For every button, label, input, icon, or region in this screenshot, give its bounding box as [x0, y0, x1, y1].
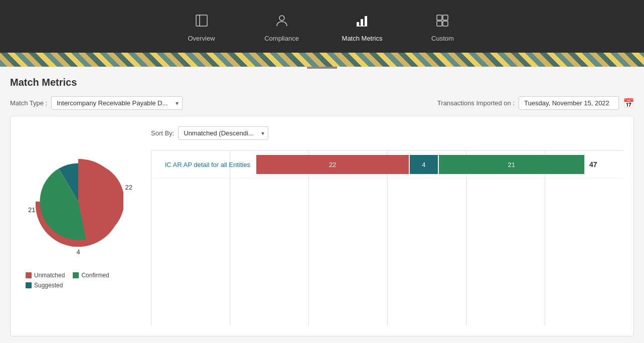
- date-input[interactable]: [519, 96, 619, 110]
- bar-total: 47: [589, 160, 602, 168]
- legend-label-confirmed: Confirmed: [81, 272, 109, 279]
- svg-rect-3: [357, 22, 359, 26]
- calendar-icon[interactable]: 📅: [623, 98, 634, 109]
- page-content: Match Metrics Match Type : Intercompany …: [0, 69, 644, 343]
- sort-dropdown-wrapper: Unmatched (Descendi...: [178, 126, 268, 140]
- svg-rect-8: [443, 15, 448, 20]
- overview-icon: [194, 13, 209, 31]
- svg-rect-5: [365, 16, 367, 26]
- custom-label: Custom: [431, 35, 454, 42]
- pie-label-suggested: 4: [76, 248, 80, 256]
- sort-row: Sort By: Unmatched (Descendi...: [151, 126, 623, 140]
- row-label: IC AR AP detail for all Entities: [151, 161, 256, 168]
- legend-item-confirmed: Confirmed: [73, 272, 109, 279]
- svg-rect-4: [361, 19, 363, 26]
- main-chart-area: 21 22 4 Unmatched Confirmed Suggested: [10, 116, 634, 336]
- transactions-group: Transactions Imported on : 📅: [437, 96, 634, 110]
- legend-label-suggested: Suggested: [34, 282, 63, 289]
- match-type-select[interactable]: Intercompany Receivable Payable D...: [51, 96, 183, 110]
- page-title: Match Metrics: [10, 77, 634, 88]
- chart-grid-area: IC AR AP detail for all Entities 22 4: [151, 150, 623, 326]
- bar-confirmed: 21: [439, 155, 584, 174]
- transactions-label: Transactions Imported on :: [437, 99, 515, 107]
- legend-dot-confirmed: [73, 272, 79, 278]
- sort-by-label: Sort By:: [151, 129, 174, 137]
- bar-chart-section: Sort By: Unmatched (Descendi...: [146, 116, 633, 336]
- nav-item-compliance[interactable]: Compliance: [262, 13, 302, 42]
- legend-dot-unmatched: [26, 272, 32, 278]
- pie-label-unmatched: 22: [125, 184, 132, 191]
- bar-unmatched: 22: [256, 155, 409, 174]
- nav-item-overview[interactable]: Overview: [182, 13, 222, 42]
- decorative-banner: [0, 53, 644, 67]
- legend-label-unmatched: Unmatched: [34, 272, 65, 279]
- svg-rect-0: [196, 15, 207, 26]
- chart-legend: Unmatched Confirmed Suggested: [21, 272, 136, 289]
- match-type-dropdown-wrapper: Intercompany Receivable Payable D...: [51, 96, 183, 110]
- controls-row: Match Type : Intercompany Receivable Pay…: [10, 96, 634, 110]
- nav-item-custom[interactable]: Custom: [422, 13, 462, 42]
- match-type-label: Match Type :: [10, 99, 47, 107]
- nav-item-match-metrics[interactable]: Match Metrics: [342, 13, 383, 42]
- row-bars: 22 4 21 47: [256, 155, 623, 174]
- svg-point-2: [279, 16, 284, 21]
- legend-item-unmatched: Unmatched: [26, 272, 65, 279]
- pie-label-confirmed: 21: [28, 206, 35, 214]
- svg-rect-7: [437, 15, 442, 20]
- legend-dot-suggested: [26, 282, 32, 288]
- top-navigation: Overview Compliance Match Metrics: [0, 0, 644, 53]
- svg-rect-10: [443, 21, 448, 26]
- overview-label: Overview: [188, 35, 215, 42]
- sort-select[interactable]: Unmatched (Descendi...: [178, 126, 268, 140]
- svg-rect-9: [437, 21, 442, 26]
- custom-icon: [435, 13, 450, 31]
- pie-chart-section: 21 22 4 Unmatched Confirmed Suggested: [11, 116, 146, 336]
- bar-suggested: 4: [410, 155, 437, 174]
- legend-item-suggested: Suggested: [26, 282, 63, 289]
- table-row: IC AR AP detail for all Entities 22 4: [151, 150, 623, 179]
- compliance-label: Compliance: [264, 35, 299, 42]
- match-metrics-label: Match Metrics: [342, 35, 383, 42]
- match-metrics-icon: [355, 13, 370, 31]
- compliance-icon: [274, 13, 289, 31]
- pie-chart: 21 22 4: [33, 156, 123, 247]
- match-type-group: Match Type : Intercompany Receivable Pay…: [10, 96, 183, 110]
